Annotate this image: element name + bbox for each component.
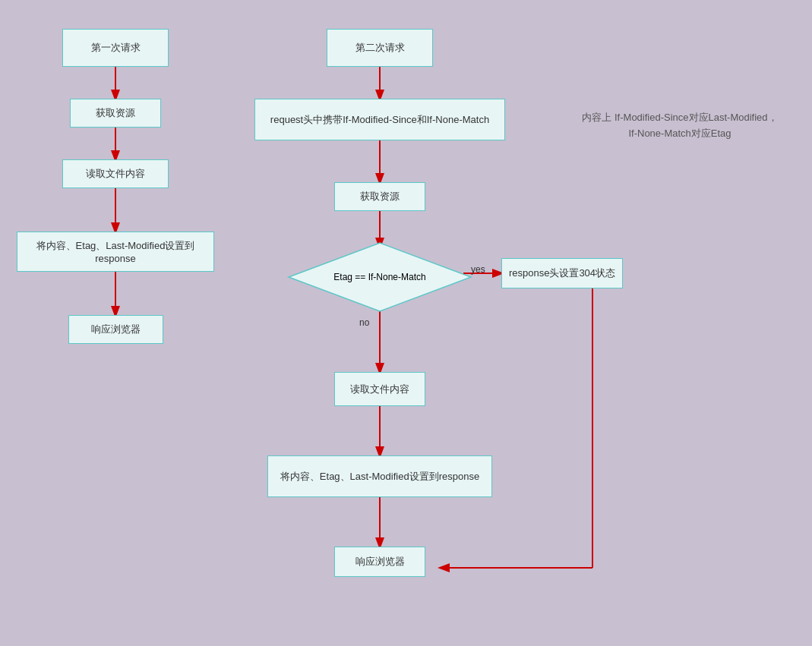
node-right-set-response: 将内容、Etag、Last-Modified设置到response	[267, 455, 492, 497]
node-right-respond: 响应浏览器	[334, 547, 425, 577]
node-left-get-resource: 获取资源	[70, 99, 161, 128]
label-yes: yes	[471, 264, 485, 275]
node-first-request: 第一次请求	[62, 29, 169, 67]
label-no: no	[359, 317, 369, 328]
node-second-request: 第二次请求	[327, 29, 433, 67]
node-right-read-file: 读取文件内容	[334, 372, 425, 406]
node-left-read-file: 读取文件内容	[62, 159, 169, 188]
node-right-get-resource: 获取资源	[334, 182, 425, 211]
node-request-headers: request头中携带If-Modified-Since和If-None-Mat…	[254, 99, 505, 140]
note-text: 内容上 If-Modified-Since对应Last-Modified，If-…	[577, 110, 782, 142]
node-diamond-etag: Etag == If-None-Match	[285, 239, 475, 315]
node-304-status: response头设置304状态	[501, 258, 623, 288]
node-left-set-response: 将内容、Etag、Last-Modified设置到response	[17, 232, 214, 272]
flowchart-diagram: 第一次请求 获取资源 读取文件内容 将内容、Etag、Last-Modified…	[0, 0, 812, 646]
node-left-respond: 响应浏览器	[68, 315, 163, 344]
